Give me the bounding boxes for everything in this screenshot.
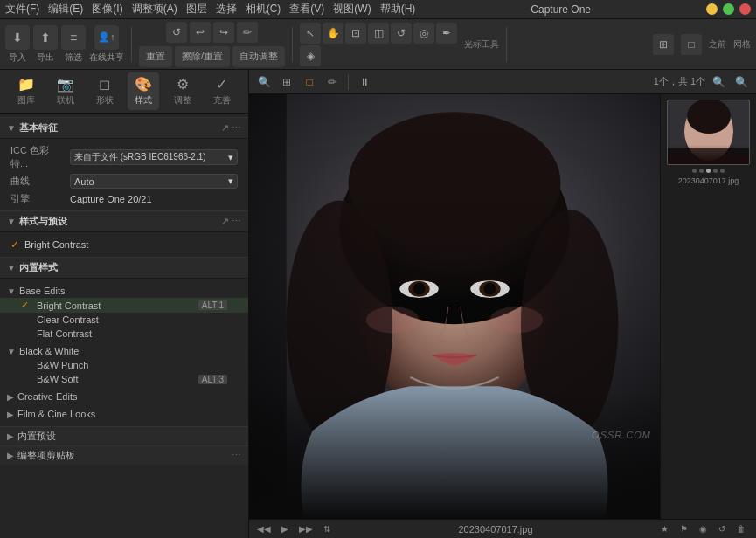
flag-btn[interactable]: ⚑ — [676, 521, 691, 537]
collab-label: 在线共享 — [89, 52, 124, 64]
group-bw-header[interactable]: ▼ Black & White — [0, 344, 248, 358]
bw-soft-name: B&W Soft — [37, 374, 193, 384]
menu-view1[interactable]: 查看(V) — [289, 2, 324, 17]
color-tag-btn[interactable]: ◉ — [695, 521, 711, 537]
delete-btn[interactable]: 🗑 — [733, 521, 749, 537]
group-film-header[interactable]: ▶ Film & Cine Looks — [0, 407, 248, 421]
svg-rect-22 — [668, 148, 750, 165]
tab-adjust-label: 调整 — [174, 94, 191, 107]
icc-row: ICC 色彩特... 来自于文件 (sRGB IEC61966-2.1) ▾ — [0, 142, 248, 172]
item-flat-contrast[interactable]: Flat Contrast — [0, 327, 248, 341]
redo-icon[interactable]: ↪ — [213, 22, 234, 43]
straighten-icon[interactable]: ◫ — [368, 23, 389, 44]
menu-view2[interactable]: 视图(W) — [333, 2, 371, 17]
prev-btn[interactable]: ◀◀ — [256, 521, 272, 537]
color-icon[interactable]: ◈ — [300, 45, 321, 66]
item-bright-contrast[interactable]: ✓ Bright Contrast ALT 1 — [0, 298, 248, 313]
play-btn[interactable]: ▶ — [277, 521, 293, 537]
menu-edit[interactable]: 编辑(E) — [48, 2, 83, 17]
lighttable-label: 光标工具 — [464, 38, 499, 51]
icc-label: ICC 色彩特... — [10, 144, 63, 170]
tab-library[interactable]: 📁 图库 — [10, 72, 42, 110]
item-bw-punch[interactable]: B&W Punch — [0, 358, 248, 372]
search-vt-btn[interactable]: 🔍 — [254, 72, 274, 92]
clipboard-section[interactable]: ▶ 编整项剪贴板 ⋯ — [0, 445, 248, 465]
tab-complete[interactable]: ✓ 充善 — [206, 72, 238, 110]
tab-library-label: 图库 — [17, 94, 35, 107]
maximize-button[interactable] — [723, 3, 734, 15]
basic-props-header[interactable]: ▼ 基本特征 ↗ ⋯ — [0, 117, 248, 139]
close-button[interactable] — [739, 3, 751, 15]
sort-btn[interactable]: ⇅ — [319, 521, 335, 537]
style-preset-header[interactable]: ▼ 样式与预设 ↗ ⋯ — [0, 210, 248, 232]
flat-contrast-name: Flat Contrast — [37, 328, 227, 339]
tab-style[interactable]: 🎨 样式 — [128, 72, 159, 110]
icc-dropdown[interactable]: 来自于文件 (sRGB IEC61966-2.1) ▾ — [70, 149, 238, 165]
undo-button[interactable]: 擦除/重置 — [175, 46, 230, 67]
toolbar-sep-3 — [506, 27, 507, 62]
menu-image[interactable]: 图像(I) — [92, 2, 122, 17]
basic-title: 基本特征 — [19, 121, 221, 134]
bright-contrast-name: Bright Contrast — [37, 300, 193, 311]
group-creative: ▶ Creative Edits — [0, 388, 248, 405]
active-preset[interactable]: ✓ Bright Contrast — [0, 236, 248, 253]
group-base-edits-header[interactable]: ▼ Base Edits — [0, 284, 248, 298]
export-icon[interactable]: ⬆ — [33, 25, 58, 50]
ref-label: 引擎 — [10, 192, 63, 205]
hand-icon[interactable]: ✋ — [323, 23, 343, 44]
curve-dropdown[interactable]: Auto ▾ — [70, 174, 238, 189]
zoom-out-btn[interactable]: 🔍 — [709, 72, 728, 92]
import-icon[interactable]: ⬇ — [5, 25, 30, 50]
collab-icon[interactable]: 👤↑ — [94, 25, 119, 50]
menu-adjust[interactable]: 调整项(A) — [132, 2, 177, 17]
grid-btn[interactable]: ⊞ — [653, 34, 674, 55]
dot-2[interactable] — [699, 169, 704, 173]
item-clear-contrast[interactable]: Clear Contrast — [0, 313, 248, 327]
menu-help[interactable]: 帮助(H) — [380, 2, 416, 17]
complete-icon: ✓ — [216, 76, 227, 93]
dot-4[interactable] — [713, 169, 718, 173]
minimize-button[interactable] — [706, 3, 718, 15]
single-vt-btn[interactable]: □ — [300, 72, 319, 92]
rotate-btn[interactable]: ↺ — [714, 521, 730, 537]
brush-icon[interactable]: ✏ — [237, 22, 258, 43]
auto-button[interactable]: 自动调整 — [232, 46, 285, 67]
tab-shape[interactable]: ◻ 形状 — [89, 72, 121, 110]
cursor-icon[interactable]: ↖ — [300, 23, 321, 44]
dot-1[interactable] — [692, 169, 697, 173]
tab-capture[interactable]: 📷 联机 — [50, 72, 81, 110]
export-label: 导出 — [37, 52, 54, 64]
heal-icon[interactable]: ↺ — [391, 23, 412, 44]
tab-capture-label: 联机 — [57, 94, 74, 107]
spot-icon[interactable]: ◎ — [413, 23, 434, 44]
undo-icon[interactable]: ↩ — [190, 22, 211, 43]
edit-vt-btn[interactable]: ✏ — [323, 72, 342, 92]
crop-icon[interactable]: ⊡ — [345, 23, 366, 44]
inner-presets-label: 内置预设 — [17, 430, 241, 443]
inner-presets-section[interactable]: ▶ 内置预设 — [0, 426, 248, 445]
zoom-in-btn[interactable]: 🔍 — [732, 72, 751, 92]
right-thumb[interactable] — [667, 100, 750, 165]
dot-5[interactable] — [720, 169, 725, 173]
style-preset-arrow: ▼ — [7, 217, 16, 226]
reset-button[interactable]: 重置 — [139, 46, 172, 67]
inner-styles-header[interactable]: ▼ 内置样式 — [0, 257, 248, 279]
pause-vt-btn[interactable]: ⏸ — [355, 72, 374, 92]
next-btn[interactable]: ▶▶ — [298, 521, 314, 537]
right-panel: 20230407017.jpg — [660, 94, 756, 519]
rotate-icon[interactable]: ↺ — [166, 22, 187, 43]
star-btn[interactable]: ★ — [656, 521, 672, 537]
item-bw-soft[interactable]: B&W Soft ALT 3 — [0, 372, 248, 386]
filter-icon[interactable]: ≡ — [61, 25, 86, 50]
menu-file[interactable]: 文件(F) — [5, 2, 39, 17]
group-creative-header[interactable]: ▶ Creative Edits — [0, 390, 248, 404]
pen-icon[interactable]: ✒ — [436, 23, 457, 44]
dot-3[interactable] — [706, 169, 711, 173]
tab-adjust[interactable]: ⚙ 调整 — [167, 72, 198, 110]
menu-layer[interactable]: 图层 — [186, 2, 207, 17]
single-btn[interactable]: □ — [681, 34, 702, 55]
menu-camera[interactable]: 相机(C) — [246, 2, 281, 17]
menu-select[interactable]: 选择 — [216, 2, 237, 17]
grid-vt-btn[interactable]: ⊞ — [277, 72, 296, 92]
inner-presets-arrow: ▶ — [7, 431, 14, 441]
